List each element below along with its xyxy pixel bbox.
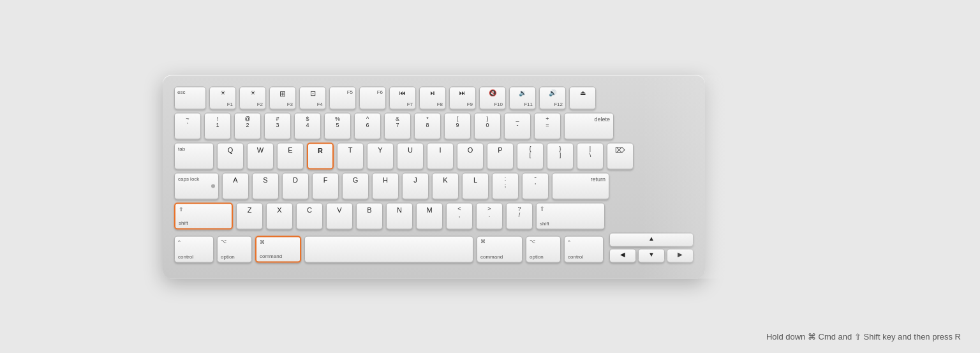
key-b: B <box>356 202 383 229</box>
key-arrow-left: ◀ <box>609 248 636 262</box>
arrow-keys: ▲ ◀ ▼ ▶ <box>609 232 694 262</box>
caption-text: Hold down ⌘ Cmd and ⇧ Shift key and then… <box>766 332 961 342</box>
key-d: D <box>282 172 309 199</box>
key-caps-lock: caps lock <box>174 172 219 199</box>
key-6: ^ 6 <box>354 112 381 139</box>
key-esc: esc <box>174 86 206 109</box>
key-c: C <box>296 202 323 229</box>
key-f11: 🔉 F11 <box>509 86 536 109</box>
key-f2: ☀ F2 <box>239 86 266 109</box>
key-2: @ 2 <box>234 112 261 139</box>
key-arrow-up: ▲ <box>609 232 694 246</box>
key-u: U <box>397 142 424 169</box>
key-i: I <box>427 142 454 169</box>
key-f3: ⊞ F3 <box>269 86 296 109</box>
key-shift-left: ⇧ shift <box>174 202 233 229</box>
num-row: ~ ` ! 1 @ 2 <box>174 112 694 139</box>
key-k: K <box>432 172 459 199</box>
key-control-right: ^ control <box>564 236 604 262</box>
key-p: P <box>487 142 514 169</box>
key-return: return <box>552 172 609 199</box>
key-z: Z <box>236 202 263 229</box>
key-f9: ⏭ F9 <box>449 86 476 109</box>
key-7: & 7 <box>384 112 411 139</box>
key-s: S <box>252 172 279 199</box>
key-close-bracket: } ] <box>547 142 574 169</box>
keyboard: esc ☀ F1 ☀ F2 ⊞ F3 ⊡ F4 <box>163 75 705 278</box>
key-f6: F6 <box>359 86 386 109</box>
key-control-left: ^ control <box>174 236 214 262</box>
arrow-keys-bottom: ◀ ▼ ▶ <box>609 248 694 262</box>
key-3: # 3 <box>264 112 291 139</box>
key-1: ! 1 <box>204 112 231 139</box>
key-5: % 5 <box>324 112 351 139</box>
key-a: A <box>222 172 249 199</box>
key-arrow-right: ▶ <box>667 248 694 262</box>
key-x: X <box>266 202 293 229</box>
key-shift-right: ⇧ shift <box>536 202 605 229</box>
key-minus: _ - <box>504 112 531 139</box>
key-j: J <box>402 172 429 199</box>
key-tab: tab <box>174 142 214 169</box>
caps-led <box>211 184 215 188</box>
key-4: $ 4 <box>294 112 321 139</box>
key-arrow-down: ▼ <box>638 248 665 262</box>
key-option-left: ⌥ option <box>217 236 252 262</box>
key-9: ( 9 <box>444 112 471 139</box>
key-0: ) 0 <box>474 112 501 139</box>
key-o: O <box>457 142 484 169</box>
key-q: Q <box>217 142 244 169</box>
key-equals: + = <box>534 112 561 139</box>
key-f4: ⊡ F4 <box>299 86 326 109</box>
key-h: H <box>372 172 399 199</box>
key-v: V <box>326 202 353 229</box>
fn-row: esc ☀ F1 ☀ F2 ⊞ F3 ⊡ F4 <box>174 86 694 109</box>
key-g: G <box>342 172 369 199</box>
key-period: > . <box>476 202 503 229</box>
key-f10: 🔇 F10 <box>479 86 506 109</box>
zxcv-row: ⇧ shift Z X C V B N <box>174 202 694 229</box>
key-delete2: ⌦ <box>607 142 634 169</box>
key-r: R <box>307 142 334 169</box>
key-t: T <box>337 142 364 169</box>
asdf-row: caps lock A S D F G H <box>174 172 694 199</box>
keyboard-wrapper: esc ☀ F1 ☀ F2 ⊞ F3 ⊡ F4 <box>163 75 769 278</box>
scene: esc ☀ F1 ☀ F2 ⊞ F3 ⊡ F4 <box>0 0 980 353</box>
key-f: F <box>312 172 339 199</box>
key-comma: < , <box>446 202 473 229</box>
key-f7: ⏮ F7 <box>389 86 416 109</box>
key-open-bracket: { [ <box>517 142 544 169</box>
key-y: Y <box>367 142 394 169</box>
key-delete: delete <box>564 112 614 139</box>
key-n: N <box>386 202 413 229</box>
key-m: M <box>416 202 443 229</box>
key-w: W <box>247 142 274 169</box>
qwerty-row: tab Q W E R T Y <box>174 142 694 169</box>
key-l: L <box>462 172 489 199</box>
key-spacebar <box>304 236 473 262</box>
key-semicolon: : ; <box>492 172 519 199</box>
key-f5: F5 <box>329 86 356 109</box>
bottom-row: ^ control ⌥ option ⌘ command ⌘ command <box>174 232 694 262</box>
key-slash: ? / <box>506 202 533 229</box>
key-8: * 8 <box>414 112 441 139</box>
key-e: E <box>277 142 304 169</box>
key-quote: " ' <box>522 172 549 199</box>
key-f8: ⏯ F8 <box>419 86 446 109</box>
key-backtick: ~ ` <box>174 112 201 139</box>
key-f12: 🔊 F12 <box>539 86 566 109</box>
key-backslash: | \ <box>577 142 604 169</box>
key-command-right: ⌘ command <box>477 236 523 262</box>
key-f1: ☀ F1 <box>209 86 236 109</box>
key-eject: ⏏ <box>569 86 596 109</box>
key-option-right: ⌥ option <box>526 236 561 262</box>
key-command-left: ⌘ command <box>255 236 301 262</box>
